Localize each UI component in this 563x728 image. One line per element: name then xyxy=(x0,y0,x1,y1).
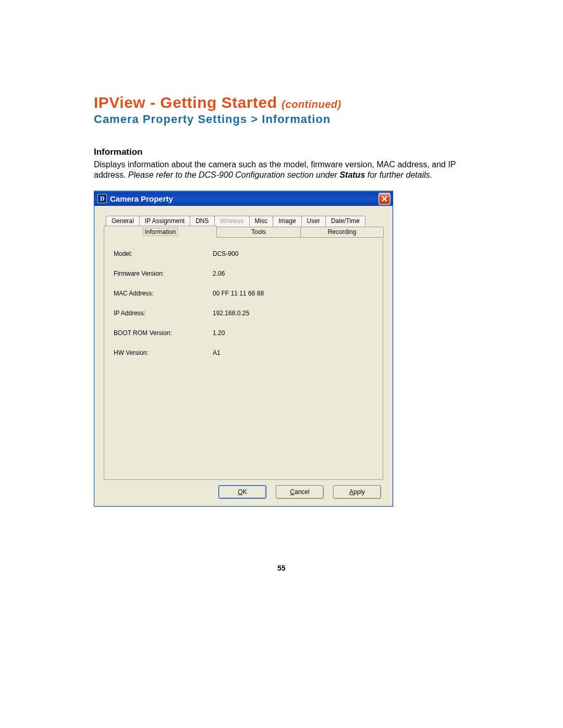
tab-label: Image xyxy=(278,217,296,225)
close-icon xyxy=(382,196,387,202)
camera-property-window: D Camera Property General IP Assignment … xyxy=(94,191,393,507)
info-key: Firmware Version: xyxy=(114,270,213,277)
info-value: 1.20 xyxy=(213,329,225,337)
tab-label: Misc xyxy=(255,217,268,225)
tab-image[interactable]: Image xyxy=(273,216,301,226)
tab-date-time[interactable]: Date/Time xyxy=(325,216,365,226)
page-subheading: Camera Property Settings > Information xyxy=(94,113,469,126)
close-button[interactable] xyxy=(378,193,390,205)
para-italic-2: for further details. xyxy=(368,170,433,179)
tab-user[interactable]: User xyxy=(301,216,326,226)
para-italic-1: Please refer to the DCS-900 Configuratio… xyxy=(128,170,340,179)
tab-label: Recording xyxy=(328,228,357,236)
info-key: MAC Address: xyxy=(114,290,213,297)
tab-recording[interactable]: Recording xyxy=(300,227,384,237)
info-key: HW Version: xyxy=(114,349,213,356)
info-value: 2.06 xyxy=(213,270,225,277)
tab-label: IP Assignment xyxy=(145,217,185,225)
tab-dns[interactable]: DNS xyxy=(190,216,214,226)
info-row-firmware: Firmware Version: 2.06 xyxy=(114,270,373,277)
tab-label: Information xyxy=(143,228,177,236)
ok-button[interactable]: OK xyxy=(218,485,266,499)
info-value: A1 xyxy=(213,349,221,356)
tab-label: DNS xyxy=(195,217,209,225)
tab-label: Tools xyxy=(251,228,266,236)
info-value: 192.168.0.25 xyxy=(213,310,249,317)
info-key: IP Address: xyxy=(114,310,213,317)
info-row-model: Model: DCS-900 xyxy=(114,250,373,257)
tab-label: Date/Time xyxy=(331,217,360,225)
info-value: DCS-900 xyxy=(213,250,238,257)
cancel-button[interactable]: Cancel xyxy=(276,485,324,499)
tab-label: General xyxy=(112,217,134,225)
tab-wireless: Wireless xyxy=(214,216,250,226)
window-title: Camera Property xyxy=(110,194,378,203)
para-bold-italic: Status xyxy=(339,170,365,179)
tab-information[interactable]: Information xyxy=(104,226,217,238)
tab-tools[interactable]: Tools xyxy=(216,227,301,237)
tab-strip: General IP Assignment DNS Wireless Misc … xyxy=(104,215,383,480)
info-row-hw: HW Version: A1 xyxy=(114,349,373,356)
cancel-rest: ancel xyxy=(295,488,310,496)
heading-continued: (continued) xyxy=(282,98,341,110)
dialog-button-row: OK Cancel Apply xyxy=(104,480,383,499)
ok-rest: K xyxy=(243,488,247,496)
tab-panel-information: Model: DCS-900 Firmware Version: 2.06 MA… xyxy=(104,237,383,480)
apply-rest: pply xyxy=(353,488,365,496)
info-value: 00 FF 11 11 66 88 xyxy=(213,290,264,297)
section-title: Information xyxy=(94,147,469,157)
tab-row-front: Information Tools Recording xyxy=(104,226,383,237)
dialog-client-area: General IP Assignment DNS Wireless Misc … xyxy=(94,206,393,506)
info-key: BOOT ROM Version: xyxy=(114,329,213,337)
apply-button[interactable]: Apply xyxy=(333,485,381,499)
app-logo-letter: D xyxy=(100,195,105,203)
tab-label: Wireless xyxy=(220,217,244,225)
app-logo-icon: D xyxy=(97,194,107,203)
info-row-ip: IP Address: 192.168.0.25 xyxy=(114,310,373,317)
tab-label: User xyxy=(307,217,320,225)
titlebar[interactable]: D Camera Property xyxy=(94,191,393,206)
apply-access-key: A xyxy=(349,488,353,496)
page-number: 55 xyxy=(94,564,469,572)
tab-ip-assignment[interactable]: IP Assignment xyxy=(139,216,191,226)
heading-text: IPView - Getting Started xyxy=(94,94,277,111)
page-heading: IPView - Getting Started (continued) xyxy=(94,94,469,112)
info-key: Model: xyxy=(114,250,213,257)
tab-general[interactable]: General xyxy=(106,216,140,226)
cancel-access-key: C xyxy=(290,488,295,496)
ok-access-key: O xyxy=(238,488,242,496)
tab-row-back: General IP Assignment DNS Wireless Misc … xyxy=(106,215,383,226)
section-paragraph: Displays information about the camera su… xyxy=(94,159,469,180)
info-row-bootrom: BOOT ROM Version: 1.20 xyxy=(114,329,373,337)
info-row-mac: MAC Address: 00 FF 11 11 66 88 xyxy=(114,290,373,297)
tab-misc[interactable]: Misc xyxy=(249,216,274,226)
